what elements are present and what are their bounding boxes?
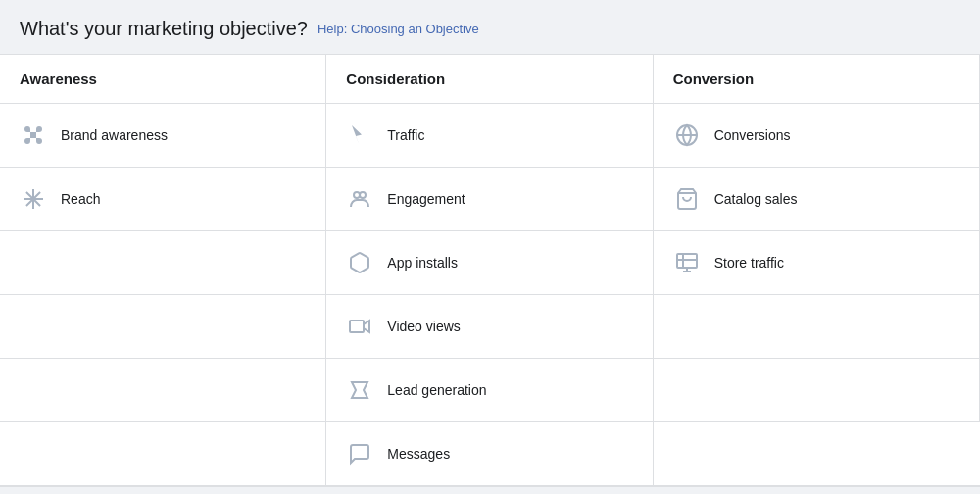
- consideration-header: Consideration: [326, 55, 653, 104]
- app-installs-icon: [346, 249, 373, 276]
- lead-generation-cell[interactable]: Lead generation: [326, 359, 653, 422]
- header: What's your marketing objective? Help: C…: [0, 0, 980, 54]
- awareness-empty-5: [0, 359, 326, 422]
- reach-cell[interactable]: Reach: [0, 168, 326, 231]
- app-installs-cell[interactable]: App installs: [326, 231, 653, 295]
- engagement-cell[interactable]: Engagement: [326, 168, 653, 231]
- conversion-empty-6: [654, 422, 980, 486]
- svg-rect-14: [350, 321, 364, 332]
- conversion-header: Conversion: [654, 55, 980, 104]
- help-link[interactable]: Help: Choosing an Objective: [318, 22, 479, 36]
- svg-marker-15: [352, 382, 368, 398]
- catalog-sales-icon: [673, 185, 701, 213]
- table-container: Awareness Consideration Conversion Brand…: [0, 54, 980, 487]
- conversions-cell[interactable]: Conversions: [654, 104, 980, 168]
- reach-icon: [20, 185, 47, 213]
- messages-icon: [346, 440, 373, 468]
- video-views-icon: [346, 313, 373, 340]
- messages-cell[interactable]: Messages: [326, 422, 653, 486]
- conversions-icon: [673, 122, 701, 149]
- catalog-sales-cell[interactable]: Catalog sales: [654, 168, 980, 231]
- store-traffic-cell[interactable]: Store traffic: [654, 231, 980, 295]
- awareness-empty-6: [0, 422, 326, 486]
- brand-awareness-cell[interactable]: Brand awareness: [0, 104, 326, 168]
- traffic-cell[interactable]: Traffic: [326, 104, 653, 168]
- store-traffic-icon: [673, 249, 701, 276]
- awareness-empty-4: [0, 295, 326, 359]
- messages-label: Messages: [387, 446, 450, 462]
- conversions-label: Conversions: [714, 127, 791, 143]
- video-views-label: Video views: [387, 319, 460, 334]
- lead-generation-label: Lead generation: [387, 382, 486, 398]
- brand-awareness-icon: [20, 122, 47, 149]
- awareness-empty-3: [0, 231, 326, 295]
- traffic-icon: [346, 122, 373, 149]
- brand-awareness-label: Brand awareness: [61, 127, 168, 143]
- page-title: What's your marketing objective?: [20, 18, 308, 40]
- table-grid: Awareness Consideration Conversion Brand…: [0, 55, 980, 486]
- traffic-label: Traffic: [387, 127, 424, 143]
- conversion-empty-4: [654, 295, 980, 359]
- svg-point-7: [360, 192, 366, 198]
- conversion-empty-5: [654, 359, 980, 422]
- lead-generation-icon: [346, 376, 373, 404]
- engagement-icon: [346, 185, 373, 213]
- awareness-header: Awareness: [0, 55, 326, 104]
- reach-label: Reach: [61, 191, 100, 207]
- catalog-sales-label: Catalog sales: [714, 191, 798, 207]
- video-views-cell[interactable]: Video views: [326, 295, 653, 359]
- engagement-label: Engagement: [387, 191, 465, 207]
- store-traffic-label: Store traffic: [714, 255, 784, 271]
- app-installs-label: App installs: [387, 255, 458, 271]
